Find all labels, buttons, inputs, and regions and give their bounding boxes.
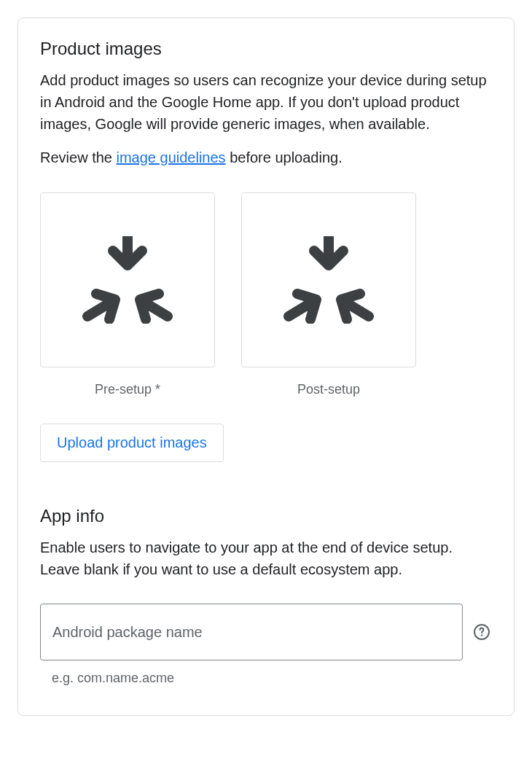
package-name-hint: e.g. com.name.acme: [52, 671, 492, 686]
app-info-title: App info: [40, 506, 492, 526]
pre-setup-caption: Pre-setup *: [95, 382, 160, 397]
product-images-description: Add product images so users can recogniz…: [40, 69, 492, 135]
help-icon[interactable]: [473, 623, 490, 641]
svg-point-1: [481, 634, 482, 636]
section-spacer: [40, 462, 492, 506]
post-setup-caption: Post-setup: [297, 382, 360, 397]
product-images-title: Product images: [40, 39, 492, 59]
package-name-row: [40, 604, 492, 660]
review-suffix: before uploading.: [226, 149, 343, 165]
review-line: Review the image guidelines before uploa…: [40, 149, 492, 166]
matter-logo-icon: [281, 236, 376, 324]
android-package-name-input[interactable]: [40, 604, 463, 660]
post-setup-item: Post-setup: [241, 192, 416, 397]
app-info-description: Enable users to navigate to your app at …: [40, 537, 492, 580]
settings-card: Product images Add product images so use…: [17, 17, 515, 716]
pre-setup-item: Pre-setup *: [40, 192, 215, 397]
image-guidelines-link[interactable]: image guidelines: [117, 149, 226, 165]
image-previews-row: Pre-setup * Post-setup: [40, 192, 492, 397]
post-setup-image-box[interactable]: [241, 192, 416, 367]
pre-setup-image-box[interactable]: [40, 192, 215, 367]
upload-product-images-button[interactable]: Upload product images: [40, 424, 224, 462]
review-prefix: Review the: [40, 149, 117, 165]
matter-logo-icon: [80, 236, 175, 324]
